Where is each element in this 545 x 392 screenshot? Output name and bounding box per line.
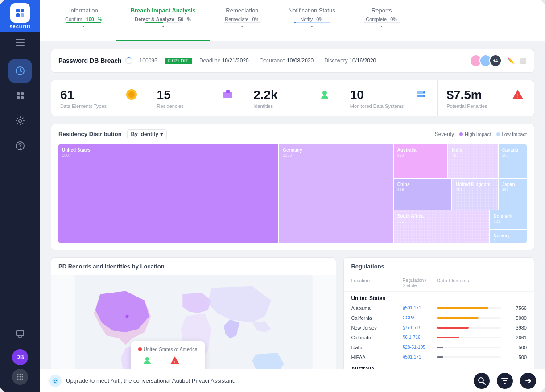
svg-rect-6 (16, 45, 25, 46)
bot-message: Upgrade to meet Auti, the conversational… (49, 375, 235, 387)
metric-icon-0 (124, 87, 139, 102)
regulations-section: Regulations Location Regulation / Statut… (343, 257, 534, 369)
reg-header: Regulations (344, 258, 534, 275)
svg-point-12 (19, 120, 21, 122)
sidebar-logo: securiti (0, 0, 40, 32)
sidebar-item-help[interactable] (8, 134, 32, 157)
tabs-bar: Information Confirm 100 % - Breach Impac… (40, 0, 545, 41)
treemap-cell-uk[interactable]: United Kingdom 498 (452, 179, 497, 210)
svg-rect-1 (21, 9, 24, 12)
tab-reports[interactable]: Reports Complete 0% - (350, 0, 414, 41)
svg-text:!: ! (173, 360, 175, 364)
identity-filter-dropdown[interactable]: By Identity ▾ (127, 129, 167, 139)
svg-point-32 (423, 91, 425, 93)
metric-icon-4: ! (511, 87, 525, 102)
sidebar: securiti (0, 0, 40, 392)
svg-rect-9 (21, 92, 24, 95)
avatar-stack: +4 (470, 54, 502, 67)
filter-action-btn[interactable] (497, 373, 513, 389)
treemap-cell-china[interactable]: China 888 (394, 179, 452, 210)
breach-meta: Deadline 10/21/2020 Occurance 10/08/2020… (199, 58, 376, 64)
metric-icon-3 (414, 87, 428, 102)
svg-point-24 (22, 379, 23, 380)
edit-button[interactable]: ✏️ (505, 55, 516, 66)
svg-point-18 (22, 374, 23, 375)
reg-row-alabama: Alabama §501.171 7566 (344, 303, 534, 313)
svg-point-40 (54, 380, 55, 381)
app-container: securiti (0, 0, 545, 392)
tooltip-dot (138, 347, 142, 351)
exploit-badge: EXPLOIT (165, 58, 192, 64)
reg-table-header: Location Regulation / Statute Data Eleme… (344, 275, 534, 292)
treemap-cell-germany[interactable]: Germany 1356 (279, 144, 393, 243)
tab-breach[interactable]: Breach Impact Analysis Detect & Analyze … (116, 0, 210, 41)
low-impact-dot (496, 132, 500, 136)
bot-text: Upgrade to meet Auti, the conversational… (66, 377, 235, 384)
treemap-cell-denmark[interactable]: Denmark 121 (490, 210, 527, 230)
svg-point-42 (479, 378, 483, 383)
map-tooltip: United States of America (131, 341, 205, 369)
svg-point-39 (52, 378, 58, 384)
tooltip-identities: 100 Identities (138, 355, 156, 369)
treemap-cell-australia[interactable]: Australia 990 (394, 144, 447, 178)
residency-distribution-card: Residency Distribution By Identity ▾ Sev… (51, 124, 534, 250)
bottom-bar: Upgrade to meet Auti, the conversational… (40, 369, 545, 392)
treemap-container: United States 1607 Germany 1356 (51, 144, 534, 250)
treemap-cell-south-africa[interactable]: South Africa 365 (394, 210, 489, 243)
sidebar-item-settings[interactable] (8, 109, 32, 132)
treemap-right-col: Australia 990 India 793 Canada 281 (394, 144, 527, 243)
metric-penalties: $7.5m Potential Penalties ! (438, 80, 534, 116)
tab-remediation[interactable]: Remediation Remediate 0% - (210, 0, 274, 41)
svg-rect-3 (21, 13, 24, 17)
treemap-cell-canada[interactable]: Canada 281 (499, 144, 527, 178)
tab-information[interactable]: Information Confirm 100 % - (51, 0, 116, 41)
svg-point-37 (145, 357, 149, 361)
brand-name: securiti (9, 24, 30, 29)
reg-row-california: California CCPA 5000 (344, 313, 534, 323)
sidebar-item-chat[interactable] (8, 322, 32, 346)
reg-group-us: United States (344, 292, 534, 303)
avatar-count: +4 (489, 54, 502, 67)
tooltip-risk: ! High Risk Impact (163, 355, 186, 369)
treemap-cell-norway[interactable]: Norway 2 (490, 230, 527, 242)
map-section: PD Records and Identities by Location (51, 257, 336, 369)
sidebar-nav (8, 56, 32, 315)
breach-header: Password DB Breach 100095 EXPLOIT Deadli… (51, 49, 534, 73)
expand-button[interactable]: ⬜ (520, 58, 527, 64)
treemap-cell-india[interactable]: India 793 (448, 144, 498, 178)
bot-actions (474, 373, 536, 389)
svg-rect-2 (16, 13, 20, 17)
arrow-action-btn[interactable] (520, 373, 536, 389)
metrics-row: 61 Data Elements Types 15 Residencies (51, 80, 534, 116)
svg-point-22 (17, 379, 19, 380)
treemap-cell-japan[interactable]: Japan 156 (499, 179, 527, 210)
severity-legend: High Impact Low Impact (459, 132, 527, 137)
search-action-btn[interactable] (474, 373, 490, 389)
avatar-grid[interactable] (12, 369, 28, 385)
bot-avatar (49, 375, 62, 387)
svg-point-17 (20, 374, 21, 375)
metric-icon-2 (318, 87, 332, 102)
content-scroll[interactable]: Password DB Breach 100095 EXPLOIT Deadli… (40, 41, 545, 369)
logo-box (10, 3, 30, 23)
loading-spinner (125, 57, 132, 64)
main-content: Information Confirm 100 % - Breach Impac… (40, 0, 545, 392)
avatar-db[interactable]: DB (12, 349, 28, 365)
breach-title-text: Password DB Breach (58, 57, 122, 64)
menu-toggle[interactable] (0, 32, 40, 56)
section-header-residency: Residency Distribution By Identity ▾ Sev… (51, 124, 534, 144)
svg-point-41 (56, 380, 57, 381)
sidebar-item-privacy[interactable] (8, 59, 32, 83)
svg-point-19 (17, 376, 19, 378)
svg-rect-0 (16, 9, 20, 12)
metric-data-elements: 61 Data Elements Types (51, 80, 148, 116)
treemap-cell-us[interactable]: United States 1607 (58, 144, 278, 243)
treemap: United States 1607 Germany 1356 (58, 144, 527, 243)
map-body: United States of America (51, 275, 336, 369)
sidebar-item-dashboard[interactable] (8, 84, 32, 107)
svg-point-26 (128, 91, 135, 98)
logo-icon (15, 8, 25, 18)
svg-point-33 (423, 95, 425, 97)
bottom-section: PD Records and Identities by Location (51, 257, 534, 369)
tab-notification[interactable]: Notification Status Notify 0% - (274, 0, 350, 41)
